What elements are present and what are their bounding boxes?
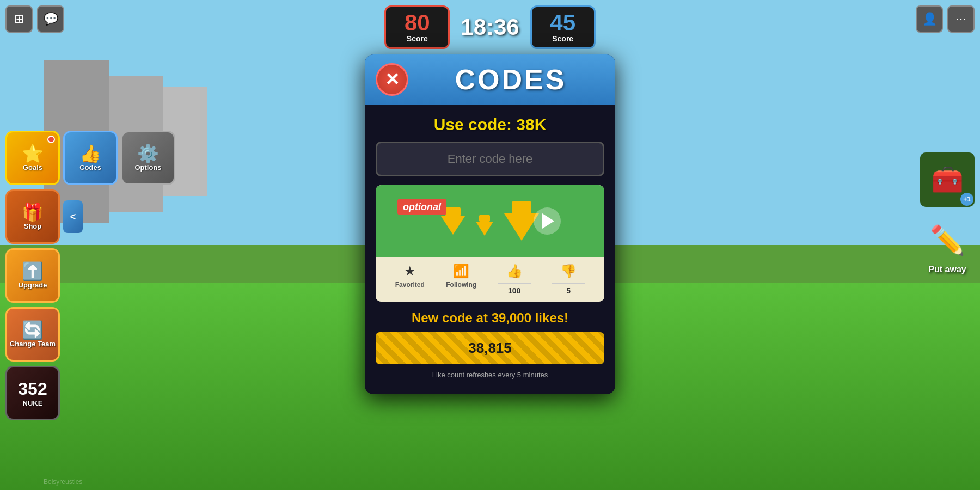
modal-title: CODES bbox=[417, 63, 604, 96]
social-card-top: optional bbox=[376, 185, 604, 257]
arrow-center-small bbox=[476, 215, 493, 236]
modal-header: ✕ CODES bbox=[365, 54, 615, 105]
following-label: Following bbox=[446, 281, 476, 289]
thumbs-down-icon: 👎 bbox=[560, 264, 577, 279]
following-stat: 📶 Following bbox=[446, 264, 476, 295]
new-code-text: New code at 39,000 likes! bbox=[376, 310, 604, 326]
codes-modal: ✕ CODES Use code: 38K bbox=[365, 54, 615, 394]
close-icon: ✕ bbox=[385, 71, 400, 88]
social-card: optional ★ Favorited 📶 Following bbox=[376, 185, 604, 302]
thumbs-up-icon: 👍 bbox=[506, 264, 523, 279]
likes-count: 100 bbox=[508, 286, 520, 295]
star-icon: ★ bbox=[404, 264, 416, 279]
close-button[interactable]: ✕ bbox=[376, 63, 408, 96]
modal-overlay: ✕ CODES Use code: 38K bbox=[0, 0, 980, 490]
dislikes-divider bbox=[552, 283, 585, 284]
play-button[interactable] bbox=[534, 207, 561, 235]
social-stats: ★ Favorited 📶 Following 👍 100 👎 bbox=[376, 257, 604, 302]
following-icon: 📶 bbox=[453, 264, 469, 279]
likes-divider bbox=[498, 283, 531, 284]
favorited-label: Favorited bbox=[395, 281, 425, 289]
dislikes-stat: 👎 5 bbox=[552, 264, 585, 295]
dislikes-count: 5 bbox=[566, 286, 571, 295]
likes-stat: 👍 100 bbox=[498, 264, 531, 295]
modal-body: Use code: 38K bbox=[365, 105, 615, 394]
code-input[interactable] bbox=[376, 142, 604, 176]
progress-bar: 38,815 bbox=[376, 332, 604, 364]
favorited-stat: ★ Favorited bbox=[395, 264, 425, 295]
progress-value: 38,815 bbox=[468, 340, 512, 356]
optional-label: optional bbox=[397, 199, 446, 215]
play-triangle-icon bbox=[542, 213, 554, 229]
use-code-text: Use code: 38K bbox=[376, 115, 604, 134]
refresh-text: Like count refreshes every 5 minutes bbox=[376, 371, 604, 383]
